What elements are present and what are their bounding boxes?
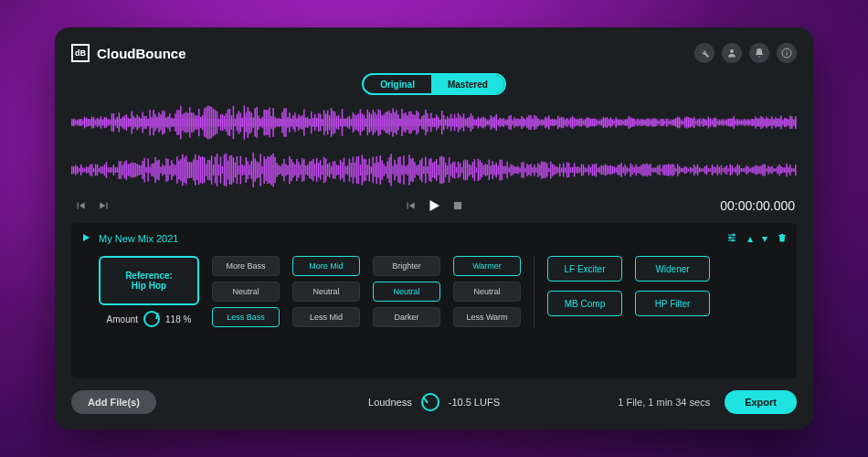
option-chip[interactable]: Neutral bbox=[453, 282, 521, 302]
waveform-display[interactable] bbox=[71, 101, 797, 192]
option-chip[interactable]: Neutral bbox=[212, 282, 280, 302]
svg-rect-728 bbox=[657, 165, 658, 175]
svg-rect-482 bbox=[211, 155, 212, 185]
svg-rect-25 bbox=[108, 120, 109, 126]
reference-value: Hip Hop bbox=[132, 281, 166, 291]
svg-rect-737 bbox=[673, 165, 674, 175]
svg-rect-69 bbox=[187, 112, 188, 132]
header: dB CloudBounce bbox=[71, 40, 797, 66]
svg-rect-60 bbox=[171, 118, 172, 127]
svg-rect-768 bbox=[730, 165, 731, 175]
svg-rect-782 bbox=[755, 165, 756, 175]
svg-rect-368 bbox=[730, 119, 731, 127]
option-chip[interactable]: Less Mid bbox=[292, 307, 360, 327]
svg-rect-377 bbox=[746, 121, 746, 124]
export-button[interactable]: Export bbox=[725, 390, 797, 414]
svg-rect-327 bbox=[655, 119, 656, 126]
svg-rect-420 bbox=[99, 168, 100, 172]
option-chip[interactable]: Neutral bbox=[292, 282, 360, 302]
collapse-up-icon[interactable]: ▴ bbox=[747, 232, 753, 245]
option-chip[interactable]: Darker bbox=[373, 307, 440, 327]
option-chip[interactable]: Warmer bbox=[453, 256, 521, 276]
svg-rect-389 bbox=[767, 118, 768, 126]
svg-rect-577 bbox=[383, 164, 384, 175]
svg-rect-174 bbox=[377, 109, 378, 135]
svg-rect-361 bbox=[717, 121, 718, 123]
svg-rect-801 bbox=[789, 165, 790, 175]
add-files-button[interactable]: Add File(s) bbox=[71, 390, 156, 414]
svg-rect-568 bbox=[367, 165, 368, 175]
svg-rect-476 bbox=[200, 157, 201, 183]
svg-rect-788 bbox=[766, 168, 767, 171]
svg-rect-700 bbox=[607, 165, 608, 175]
svg-rect-353 bbox=[703, 118, 704, 126]
svg-rect-263 bbox=[539, 121, 540, 125]
trash-icon[interactable] bbox=[777, 232, 788, 246]
svg-rect-197 bbox=[419, 119, 420, 125]
svg-rect-610 bbox=[443, 157, 444, 183]
svg-rect-733 bbox=[666, 165, 667, 175]
user-icon[interactable] bbox=[722, 43, 742, 63]
svg-rect-439 bbox=[132, 163, 133, 177]
svg-rect-297 bbox=[601, 120, 602, 126]
amount-knob[interactable] bbox=[143, 311, 160, 327]
option-chip[interactable]: Less Warm bbox=[453, 307, 521, 327]
option-chip[interactable]: Neutral bbox=[373, 282, 440, 302]
toggle-original[interactable]: Original bbox=[364, 75, 431, 93]
option-chip[interactable]: More Bass bbox=[212, 256, 280, 276]
play-icon[interactable] bbox=[426, 197, 442, 214]
stop-icon[interactable] bbox=[451, 199, 464, 212]
reference-genre-button[interactable]: Reference: Hip Hop bbox=[99, 256, 199, 305]
skip-back-icon[interactable] bbox=[73, 199, 88, 212]
svg-rect-689 bbox=[587, 168, 587, 173]
svg-rect-208 bbox=[439, 120, 440, 125]
svg-rect-170 bbox=[371, 114, 372, 131]
svg-rect-350 bbox=[697, 120, 698, 125]
svg-rect-753 bbox=[703, 168, 704, 172]
svg-rect-606 bbox=[436, 159, 437, 180]
svg-rect-541 bbox=[318, 163, 319, 177]
svg-rect-13 bbox=[86, 118, 87, 127]
option-chip[interactable]: Less Bass bbox=[212, 307, 280, 327]
svg-rect-270 bbox=[552, 119, 553, 126]
svg-rect-436 bbox=[128, 165, 129, 176]
svg-rect-595 bbox=[416, 165, 417, 175]
effect-chip[interactable]: HP Filter bbox=[635, 291, 710, 316]
option-chip[interactable]: Brighter bbox=[373, 256, 440, 276]
skip-forward-icon[interactable] bbox=[97, 199, 111, 212]
svg-rect-281 bbox=[572, 116, 573, 129]
info-icon[interactable] bbox=[777, 43, 797, 63]
svg-rect-176 bbox=[381, 115, 382, 130]
svg-rect-487 bbox=[220, 156, 221, 183]
option-chip[interactable]: More Mid bbox=[292, 256, 360, 276]
prev-icon[interactable] bbox=[404, 199, 417, 212]
wrench-icon[interactable] bbox=[694, 43, 715, 63]
svg-rect-165 bbox=[362, 113, 363, 132]
svg-rect-536 bbox=[309, 162, 310, 178]
svg-rect-683 bbox=[576, 167, 577, 174]
svg-rect-16 bbox=[91, 117, 92, 129]
svg-rect-580 bbox=[388, 157, 389, 183]
svg-rect-20 bbox=[99, 120, 100, 126]
svg-rect-518 bbox=[276, 163, 277, 176]
bell-icon[interactable] bbox=[749, 43, 769, 63]
effect-chip[interactable]: MB Comp bbox=[547, 291, 622, 316]
svg-rect-49 bbox=[151, 117, 152, 128]
expand-down-icon[interactable]: ▾ bbox=[762, 232, 767, 245]
svg-rect-645 bbox=[506, 162, 507, 178]
svg-rect-149 bbox=[333, 111, 333, 134]
svg-rect-184 bbox=[396, 111, 397, 135]
svg-rect-2 bbox=[787, 52, 788, 56]
loudness-knob[interactable] bbox=[421, 393, 439, 411]
brand-name: CloudBounce bbox=[97, 46, 186, 61]
toggle-mastered[interactable]: Mastered bbox=[431, 75, 504, 93]
sliders-icon[interactable] bbox=[725, 232, 738, 246]
effect-chip[interactable]: Widener bbox=[635, 256, 710, 282]
svg-rect-660 bbox=[534, 165, 535, 175]
svg-rect-500 bbox=[244, 165, 245, 175]
svg-rect-780 bbox=[751, 167, 752, 174]
track-play-icon[interactable] bbox=[80, 230, 91, 247]
svg-rect-336 bbox=[672, 120, 672, 125]
svg-rect-583 bbox=[394, 160, 395, 180]
effect-chip[interactable]: LF Exciter bbox=[547, 256, 622, 282]
